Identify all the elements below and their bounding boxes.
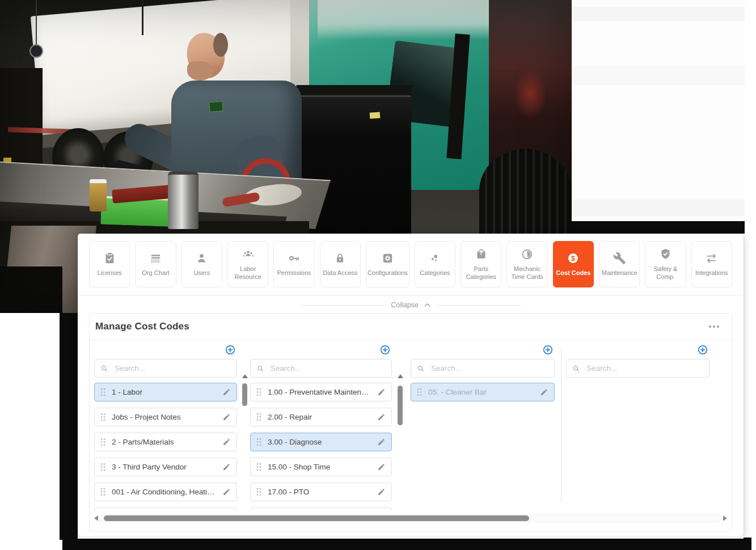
column-header [94, 340, 237, 359]
cost-code-label: 3.00 - Diagnose [268, 438, 371, 446]
search-input[interactable] [430, 363, 548, 373]
cost-code-item[interactable]: 1.00 - Preventative Maintenance [250, 383, 392, 401]
edit-button[interactable] [540, 388, 548, 396]
video-letterbox-bottom [62, 538, 751, 550]
tab-maintenance[interactable]: Maintenance [599, 241, 640, 287]
card-header: Manage Cost Codes [90, 314, 732, 340]
search-input[interactable] [113, 363, 231, 373]
edit-button[interactable] [222, 488, 231, 496]
drag-handle-icon[interactable] [417, 388, 422, 396]
drag-handle-icon[interactable] [100, 413, 105, 421]
tab-cost-codes[interactable]: $Cost Codes [553, 241, 594, 287]
tab-permissions[interactable]: Permissions [273, 241, 314, 287]
cost-code-label: 1 - Labor [112, 388, 216, 396]
more-options-button[interactable] [707, 323, 721, 330]
photo-mechanic-hair [213, 33, 228, 57]
edit-button[interactable] [377, 488, 386, 496]
vertical-scrollbar[interactable] [396, 374, 405, 532]
scroll-up-arrow[interactable] [398, 374, 403, 378]
cost-code-item[interactable]: 001 - Air Conditioning, Heating a... [94, 483, 237, 501]
cost-code-item[interactable]: 05. - Cleaner Bar [411, 383, 555, 401]
photo-shirt-logo [208, 100, 224, 113]
photo-left-shelf [0, 68, 43, 176]
horizontal-scrollbar[interactable] [94, 514, 727, 522]
column-header [411, 340, 555, 359]
vertical-scrollbar[interactable] [240, 374, 250, 532]
drag-handle-icon[interactable] [256, 388, 261, 396]
drag-handle-icon[interactable] [100, 488, 105, 496]
photo-mechanic-forearm [232, 132, 289, 202]
search-icon [256, 365, 264, 373]
drag-handle-icon[interactable] [256, 413, 261, 421]
cost-code-item[interactable]: 3.00 - Diagnose [250, 433, 392, 451]
tab-users[interactable]: Users [181, 241, 222, 287]
cost-code-label: 1.00 - Preventative Maintenance [268, 388, 371, 396]
search-input[interactable] [585, 363, 703, 373]
tab-safety-comp[interactable]: Safety & Comp. [645, 241, 686, 287]
photo-metal-canister [168, 171, 198, 229]
photo-left-tire-2 [103, 132, 153, 186]
scroll-left-arrow[interactable] [94, 515, 98, 521]
edit-button[interactable] [377, 463, 386, 471]
cost-code-item[interactable]: 1 - Labor [94, 383, 237, 401]
edit-button[interactable] [377, 438, 386, 446]
licenses-icon [103, 252, 116, 265]
settings-panel: LicensesOrg ChartUsersLabor ResourcePerm… [78, 234, 744, 536]
cost-code-item[interactable]: 15.00 - Shop Time [250, 458, 392, 476]
configurations-icon [381, 252, 394, 265]
horizontal-scrollbar-track[interactable] [100, 514, 721, 522]
parts-categories-icon [475, 248, 488, 261]
cost-code-column-2: 1.00 - Preventative Maintenance2.00 - Re… [250, 340, 392, 505]
cost-code-item[interactable]: Jobs - Project Notes [94, 408, 237, 426]
tab-licenses[interactable]: Licenses [89, 241, 130, 287]
cost-code-list: 05. - Cleaner Bar [411, 383, 555, 511]
divider-line [436, 305, 521, 306]
cost-code-item[interactable]: 17.00 - PTO [250, 483, 392, 501]
add-cost-code-button[interactable] [379, 344, 391, 356]
tab-integrations[interactable]: Integrations [691, 241, 732, 287]
add-cost-code-button[interactable] [542, 344, 554, 356]
drag-handle-icon[interactable] [100, 438, 105, 446]
drag-handle-icon[interactable] [256, 463, 261, 471]
integrations-icon [705, 252, 718, 265]
add-cost-code-button[interactable] [225, 344, 236, 356]
drag-handle-icon[interactable] [256, 438, 261, 446]
tab-labor-resource[interactable]: Labor Resource [227, 241, 268, 287]
edit-button[interactable] [222, 463, 231, 471]
scroll-right-arrow[interactable] [723, 515, 727, 521]
divider-line [300, 305, 385, 306]
drag-handle-icon[interactable] [100, 463, 105, 471]
photo-red-truck-behind [489, 0, 572, 196]
tab-label: Integrations [694, 269, 729, 277]
tab-data-access[interactable]: Data Access [320, 241, 361, 287]
cost-code-label: 2.00 - Repair [268, 413, 371, 421]
add-cost-code-button[interactable] [697, 344, 708, 356]
edit-button[interactable] [377, 413, 386, 421]
drag-handle-icon[interactable] [256, 488, 261, 496]
tab-label: Safety & Comp. [645, 265, 685, 281]
drag-handle-icon[interactable] [100, 388, 105, 396]
collapse-toggle[interactable]: Collapse [78, 298, 744, 312]
edit-button[interactable] [222, 438, 231, 446]
vertical-scrollbar-thumb[interactable] [398, 386, 403, 425]
vertical-scrollbar-thumb[interactable] [242, 383, 247, 406]
edit-button[interactable] [222, 413, 231, 421]
horizontal-scrollbar-thumb[interactable] [104, 515, 529, 521]
photo-right-tire [479, 149, 572, 234]
cost-code-item[interactable]: 2.00 - Repair [250, 408, 392, 426]
tab-parts-categories[interactable]: Parts Categories [461, 241, 501, 287]
tab-configurations[interactable]: Configurations [366, 241, 409, 287]
photo-white-rag [244, 181, 303, 209]
cost-code-item[interactable]: 2 - Parts/Materials [94, 433, 237, 451]
search-input[interactable] [269, 363, 386, 373]
tab-categories[interactable]: Categories [415, 241, 455, 287]
tab-label: Permissions [276, 269, 312, 277]
tab-org-chart[interactable]: Org Chart [135, 241, 176, 287]
edit-button[interactable] [222, 388, 231, 396]
photo-cab-roof-highlight [318, 0, 496, 40]
cost-code-item[interactable]: 3 - Third Party Vendor [94, 458, 237, 476]
photo-hanging-cord-2 [36, 0, 37, 45]
tab-mechanic-time-cards[interactable]: Mechanic Time Cards [506, 241, 547, 287]
edit-button[interactable] [377, 388, 386, 396]
scroll-up-arrow[interactable] [242, 374, 248, 378]
